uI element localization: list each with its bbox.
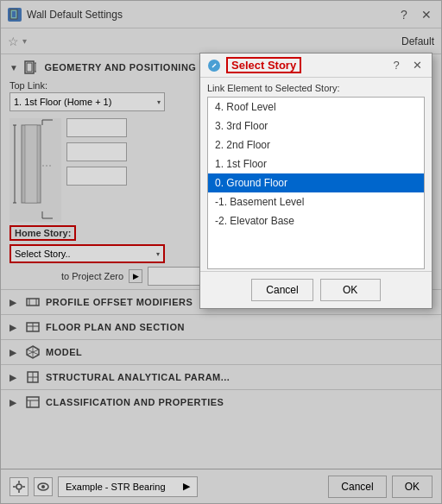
story-item-elevator[interactable]: -2. Elevator Base bbox=[208, 211, 424, 230]
story-item-1st[interactable]: 1. 1st Floor bbox=[208, 154, 424, 173]
story-item-elevator-label: -2. Elevator Base bbox=[215, 215, 294, 227]
modal-help-button[interactable]: ? bbox=[388, 58, 404, 73]
modal-buttons: Cancel OK bbox=[200, 271, 432, 308]
story-item-basement[interactable]: -1. Basement Level bbox=[208, 192, 424, 211]
modal-title-text: Select Story bbox=[226, 57, 301, 73]
modal-overlay: Select Story ? ✕ Link Element to Selecte… bbox=[1, 1, 441, 503]
modal-title-right: ? ✕ bbox=[388, 58, 425, 73]
modal-title-icon bbox=[207, 59, 221, 72]
story-item-2nd[interactable]: 2. 2nd Floor bbox=[208, 135, 424, 154]
story-item-3rd[interactable]: 3. 3rd Floor bbox=[208, 117, 424, 135]
story-list[interactable]: 4. Roof Level 3. 3rd Floor 2. 2nd Floor … bbox=[207, 97, 425, 269]
story-item-1st-label: 1. 1st Floor bbox=[215, 158, 267, 170]
modal-ok-button[interactable]: OK bbox=[320, 279, 381, 301]
story-item-roof[interactable]: 4. Roof Level bbox=[208, 98, 424, 117]
modal-title-bar: Select Story ? ✕ bbox=[200, 54, 432, 78]
story-item-ground[interactable]: 0. Ground Floor bbox=[208, 173, 424, 192]
story-item-2nd-label: 2. 2nd Floor bbox=[215, 139, 270, 151]
modal-cancel-button[interactable]: Cancel bbox=[251, 279, 313, 301]
main-window: Wall Default Settings ? ✕ ☆ ▾ Default ▼ bbox=[0, 0, 442, 504]
select-story-dialog: Select Story ? ✕ Link Element to Selecte… bbox=[199, 53, 433, 309]
story-item-roof-label: 4. Roof Level bbox=[215, 101, 276, 113]
story-item-ground-label: 0. Ground Floor bbox=[215, 177, 287, 189]
story-item-basement-label: -1. Basement Level bbox=[215, 196, 304, 208]
modal-close-button[interactable]: ✕ bbox=[409, 58, 425, 73]
modal-title-left: Select Story bbox=[207, 57, 301, 73]
modal-subtitle: Link Element to Selected Story: bbox=[200, 78, 432, 95]
story-item-3rd-label: 3. 3rd Floor bbox=[215, 120, 268, 132]
